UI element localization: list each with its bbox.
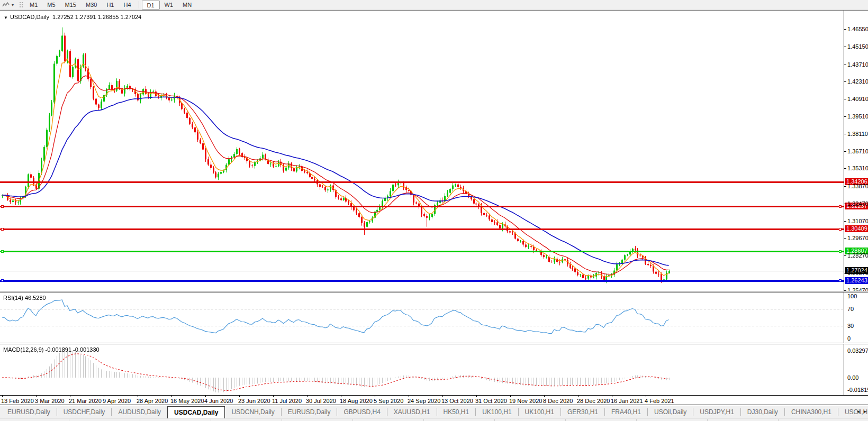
terminal-window: ▾ M1M5M15M30H1H4D1W1MN ▼USDCAD,Daily 1.2… [0,0,868,421]
timeframe-button-h4[interactable]: H4 [119,1,135,10]
price-axis-label: 1.42310 [847,78,868,85]
tabs-scroll-left-arrow[interactable]: ◂ [857,408,860,414]
date-axis-tick [205,396,206,397]
horizontal-line-1.30409[interactable] [0,228,844,230]
timeframe-button-m5[interactable]: M5 [42,1,60,10]
toolbar-grip-handle[interactable] [19,2,23,8]
timeframe-button-mn[interactable]: MN [178,1,196,10]
date-axis-label: 8 Dec 2020 [543,398,573,404]
chart-title: ▼USDCAD,Daily 1.27252 1.27391 1.26855 1.… [4,14,141,20]
price-axis-label: 1.33870 [847,183,868,189]
price-chart-canvas[interactable] [0,11,844,291]
chart-tab-eurusd-daily[interactable]: EURUSD,Daily [1,406,57,418]
macd-canvas[interactable] [0,344,844,395]
date-axis-label: 16 Jan 2021 [611,398,643,404]
date-axis-tick [239,396,240,397]
price-axis-label: 1.35310 [847,165,868,171]
chart-tab-fra40-h1[interactable]: FRA40,H1 [605,406,647,418]
price-axis[interactable]: 1.342061.322371.304091.286071.270241.262… [844,11,868,291]
chart-tab-usdjpy-h1[interactable]: USDJPY,H1 [693,406,740,418]
rsi-indicator-panel: RSI(14) 46.5280 10070300 [0,292,868,343]
date-axis[interactable]: 13 Feb 20203 Mar 202021 Mar 20209 Apr 20… [0,395,868,405]
date-axis-tick [307,396,308,397]
price-axis-label: 1.26870 [847,270,868,276]
price-axis-label: 1.28270 [847,252,868,259]
line-handle[interactable] [839,205,842,208]
price-axis-tick [844,99,846,99]
date-axis-tick [544,396,545,397]
horizontal-line-1.28607[interactable] [0,251,844,252]
line-handle[interactable] [1,279,4,282]
price-axis-tick [844,204,846,204]
rsi-axis-label: 70 [847,306,854,312]
strip-divider [282,419,282,421]
date-axis-label: 4 Feb 2021 [645,398,674,404]
date-axis-tick [70,396,70,397]
chart-zigzag-icon[interactable] [0,1,12,10]
price-axis-label: 1.45150 [847,43,868,50]
line-handle[interactable] [1,205,4,208]
date-axis-tick [510,396,511,397]
date-axis-label: 31 Oct 2020 [475,398,507,404]
chart-tab-uk100-h1[interactable]: UK100,H1 [519,406,560,418]
chart-tab-hk50-h1[interactable]: HK50,H1 [437,406,476,418]
price-axis-tick [844,151,846,152]
tabs-scroll-right-arrow[interactable]: ▸ [864,408,866,414]
strip-divider [69,419,69,421]
price-axis-tick [844,116,846,117]
line-handle[interactable] [1,228,4,231]
date-axis-label: 28 Apr 2020 [137,398,168,404]
timeframe-button-d1[interactable]: D1 [142,1,160,10]
chart-tab-audusd-daily[interactable]: AUDUSD,Daily [112,406,167,418]
horizontal-line-1.32237[interactable] [0,206,844,207]
strip-divider [423,419,424,421]
chart-tab-uk100-h1[interactable]: UK100,H1 [476,406,518,418]
date-axis-tick [2,396,3,397]
date-axis-label: 23 Jun 2020 [238,398,270,404]
timeframe-button-w1[interactable]: W1 [160,1,178,10]
strip-divider [565,419,566,421]
chart-tab-usoil-daily[interactable]: USOil,Daily [648,406,693,418]
line-handle[interactable] [839,228,842,231]
line-handle[interactable] [839,250,842,253]
symbol-dropdown-triangle[interactable]: ▼ [4,15,8,20]
chart-tab-eurusd-daily[interactable]: EURUSD,Daily [282,406,337,418]
chart-tab-usdcad-daily[interactable]: USDCAD,Daily [167,406,225,418]
price-axis-tick [844,81,846,82]
price-axis-label: 1.31070 [847,218,868,224]
chart-tab-usdcnh-daily[interactable]: USDCNH,Daily [225,406,281,418]
chart-type-dropdown-caret[interactable]: ▾ [12,3,18,7]
price-axis-label: 1.32470 [847,200,868,207]
horizontal-line-1.26243[interactable] [0,280,844,282]
date-axis-label: 13 Oct 2020 [441,398,473,404]
timeframe-button-m1[interactable]: M1 [25,1,42,10]
date-axis-label: 4 Jun 2020 [204,398,233,404]
chart-tab-xauusd-h1[interactable]: XAUUSD,H1 [387,406,437,418]
date-axis-tick [104,396,104,397]
price-axis-tick [844,273,846,273]
price-axis-label: 1.29670 [847,235,868,241]
chart-tab-dj30-daily[interactable]: DJ30,Daily [741,406,784,418]
line-handle[interactable] [1,250,4,253]
timeframe-button-m15[interactable]: M15 [60,1,81,10]
price-axis-tick [844,221,846,222]
timeframe-button-h1[interactable]: H1 [102,1,119,10]
chart-tab-china300-h1[interactable]: CHINA300,H1 [785,406,838,418]
date-axis-tick [646,396,646,397]
date-axis-label: 5 Sep 2020 [374,398,403,404]
strip-divider [352,419,353,421]
chart-tab-ger30-h1[interactable]: GER30,H1 [561,406,604,418]
horizontal-line-1.27024[interactable] [0,271,844,271]
rsi-canvas[interactable] [0,292,844,343]
rsi-label: RSI(14) 46.5280 [3,295,46,301]
macd-axis: 0.0329720.00-0.018154 [844,344,868,395]
horizontal-line-1.34206[interactable] [0,181,844,183]
timeframe-toolbar: ▾ M1M5M15M30H1H4D1W1MN [0,0,868,10]
line-handle[interactable] [839,279,842,282]
chart-tab-gbpusd-h4[interactable]: GBPUSD,H4 [337,406,386,418]
timeframe-button-m30[interactable]: M30 [81,1,102,10]
price-axis-label: 1.43710 [847,61,868,68]
date-axis-label: 16 May 2020 [170,398,204,404]
chart-tab-usdchf-daily[interactable]: USDCHF,Daily [57,406,112,418]
date-axis-label: 18 Aug 2020 [340,398,373,404]
